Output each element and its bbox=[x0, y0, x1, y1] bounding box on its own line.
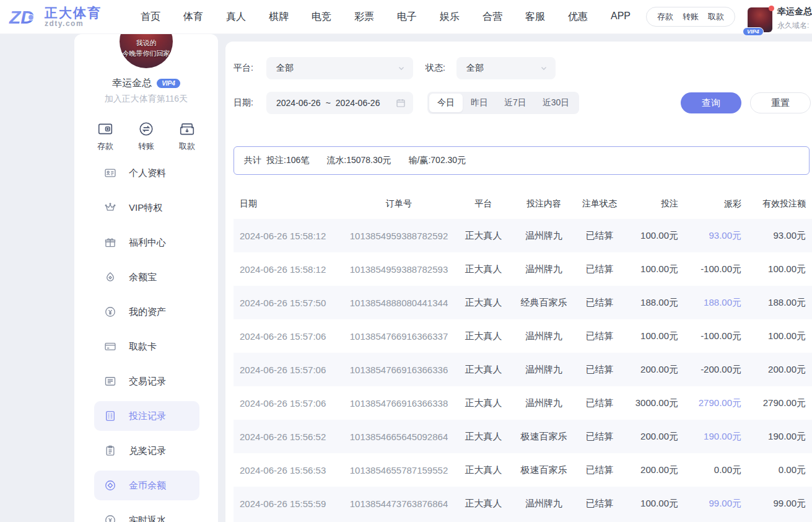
quick-range-today[interactable]: 今日 bbox=[429, 94, 463, 112]
cell-payout: 190.00元 bbox=[678, 431, 741, 443]
summary-bar: 共计 投注:106笔 流水:15078.30元 输/赢:702.30元 bbox=[234, 146, 810, 175]
sidebar-menu: 个人资料 VIP特权 福利中心 bbox=[74, 158, 218, 522]
status-select[interactable]: 全部 bbox=[456, 57, 556, 79]
sidebar-item-bet-records[interactable]: 投注记录 bbox=[94, 401, 199, 431]
sidebar-item-redeem-records[interactable]: 兑奖记录 bbox=[94, 436, 199, 466]
date-separator: ~ bbox=[326, 98, 331, 108]
sidebar-item-my-assets[interactable]: 我的资产 bbox=[94, 297, 199, 327]
cell-date: 2024-06-26 15:57:06 bbox=[234, 331, 347, 342]
column-header-status: 注单状态 bbox=[572, 198, 627, 210]
column-header-bet-content: 投注内容 bbox=[516, 198, 572, 210]
cell-payout: 188.00元 bbox=[678, 297, 741, 309]
cell-date: 2024-06-26 15:55:59 bbox=[234, 498, 347, 509]
profile-name: 幸运金总 bbox=[112, 77, 152, 90]
cell-status: 已结算 bbox=[572, 297, 627, 309]
nav-item[interactable]: 首页 bbox=[141, 11, 160, 24]
table-row[interactable]: 2024-06-26 15:56:53 1013854655787159552 … bbox=[234, 453, 812, 487]
notification-dot-icon bbox=[769, 6, 774, 11]
cell-status: 已结算 bbox=[572, 263, 627, 275]
reset-button[interactable]: 重置 bbox=[750, 92, 811, 113]
top-navigation-bar: ZD 正大体育 zdty.com 首页体育真人棋牌电竞彩票电子娱乐合营客服优惠A… bbox=[0, 0, 812, 34]
summary-win-loss: 输/赢:702.30元 bbox=[409, 155, 466, 166]
sidebar-item-personal-info[interactable]: 个人资料 bbox=[94, 158, 199, 188]
cell-order-no: 1013854888080441344 bbox=[347, 298, 451, 308]
quick-range-30days[interactable]: 近30日 bbox=[535, 94, 578, 112]
cell-order-no: 1013854665645092864 bbox=[347, 431, 451, 442]
table-header: 日期 订单号 平台 投注内容 注单状态 投注 派彩 有效投注额 bbox=[234, 189, 812, 219]
cell-platform: 正大真人 bbox=[451, 297, 516, 309]
cell-status: 已结算 bbox=[572, 431, 627, 443]
sidebar-item-transaction-records[interactable]: 交易记录 bbox=[94, 366, 199, 396]
quick-actions: 存款 转账 取款 bbox=[74, 121, 218, 152]
sidebar-item-welfare-center[interactable]: 福利中心 bbox=[94, 228, 199, 257]
withdraw-link[interactable]: 取款 bbox=[708, 11, 724, 22]
cell-status: 已结算 bbox=[572, 464, 627, 476]
deposit-action[interactable]: 存款 bbox=[90, 121, 120, 152]
wallet-actions-pill: 存款 转账 取款 bbox=[646, 7, 735, 27]
sidebar-item-vip[interactable]: VIP特权 bbox=[94, 193, 199, 223]
table-row[interactable]: 2024-06-26 15:56:52 1013854665645092864 … bbox=[234, 420, 812, 453]
column-header-bet-amount: 投注 bbox=[627, 198, 678, 210]
sidebar-item-yuebao[interactable]: 余额宝 bbox=[94, 262, 199, 292]
sidebar-item-gold-balance[interactable]: 金币余额 bbox=[94, 471, 199, 500]
cell-platform: 正大真人 bbox=[451, 464, 516, 476]
bet-records-panel: 平台: 全部 状态: 全部 日期: 2024-06-26 ~ 2024-06-2… bbox=[225, 42, 812, 522]
cell-payout: -200.00元 bbox=[678, 364, 741, 376]
chevron-down-icon bbox=[539, 64, 548, 73]
quick-range-yesterday[interactable]: 昨日 bbox=[463, 94, 496, 112]
nav-item[interactable]: 娱乐 bbox=[440, 11, 460, 24]
deposit-wallet-icon bbox=[90, 121, 120, 137]
cell-bet-amount: 200.00元 bbox=[627, 431, 678, 443]
sidebar-item-label: 取款卡 bbox=[129, 341, 157, 353]
cell-order-no: 1013854766916366336 bbox=[347, 365, 451, 375]
table-row[interactable]: 2024-06-26 15:55:59 1013854473763876864 … bbox=[234, 487, 812, 520]
table-row[interactable]: 2024-06-26 15:57:06 1013854766916366337 … bbox=[234, 319, 812, 353]
cell-valid-bet: 100.00元 bbox=[741, 263, 806, 275]
nav-item[interactable]: 合营 bbox=[482, 11, 502, 24]
table-row[interactable]: 2024-06-26 15:57:06 1013854766916366338 … bbox=[234, 386, 812, 420]
column-header-valid-bet: 有效投注额 bbox=[741, 198, 806, 210]
cell-date: 2024-06-26 15:57:50 bbox=[234, 298, 347, 308]
cell-bet-amount: 100.00元 bbox=[627, 263, 678, 275]
sidebar-item-withdraw-card[interactable]: 取款卡 bbox=[94, 332, 199, 361]
cell-bet-amount: 100.00元 bbox=[627, 498, 678, 510]
sidebar-item-label: VIP特权 bbox=[129, 202, 162, 214]
cell-bet-content: 经典百家乐 bbox=[516, 297, 572, 309]
nav-item[interactable]: 彩票 bbox=[354, 11, 374, 24]
table-row[interactable]: 2024-06-26 15:57:06 1013854766916366336 … bbox=[234, 353, 812, 386]
nav-item[interactable]: APP bbox=[611, 11, 631, 24]
platform-select-value: 全部 bbox=[276, 63, 397, 74]
sidebar-item-realtime-rebate[interactable]: 实时返水 bbox=[94, 505, 199, 522]
quick-range-7days[interactable]: 近7日 bbox=[496, 94, 535, 112]
transfer-link[interactable]: 转账 bbox=[683, 11, 699, 22]
table-row[interactable]: 2024-06-26 15:58:12 1013854959388782593 … bbox=[234, 252, 812, 286]
table-row[interactable]: 2024-06-26 15:57:50 1013854888080441344 … bbox=[234, 286, 812, 319]
date-end-value: 2024-06-26 bbox=[336, 98, 380, 108]
gift-icon bbox=[104, 236, 116, 249]
brand-logo-icon: ZD bbox=[9, 4, 41, 29]
nav-item[interactable]: 电子 bbox=[397, 11, 417, 24]
deposit-link[interactable]: 存款 bbox=[657, 11, 673, 22]
cell-valid-bet: 190.00元 bbox=[741, 431, 806, 443]
table-row[interactable]: 2024-06-26 15:58:12 1013854959388782592 … bbox=[234, 219, 812, 252]
query-button[interactable]: 查询 bbox=[681, 92, 741, 113]
date-range-input[interactable]: 2024-06-26 ~ 2024-06-26 bbox=[266, 92, 413, 114]
cell-payout: -100.00元 bbox=[678, 263, 741, 275]
nav-item[interactable]: 客服 bbox=[525, 11, 545, 24]
sidebar-item-label: 我的资产 bbox=[129, 306, 166, 318]
withdraw-action[interactable]: 取款 bbox=[172, 121, 202, 152]
platform-select[interactable]: 全部 bbox=[266, 57, 413, 79]
transfer-action[interactable]: 转账 bbox=[131, 121, 161, 152]
user-block[interactable]: VIP4 幸运金总 永久域名: bbox=[748, 1, 812, 32]
brand-logo[interactable]: ZD 正大体育 zdty.com bbox=[9, 4, 102, 29]
cell-order-no: 1013854473763876864 bbox=[347, 498, 451, 509]
nav-item[interactable]: 棋牌 bbox=[269, 11, 289, 24]
cell-bet-amount: 188.00元 bbox=[627, 297, 678, 309]
nav-item[interactable]: 电竞 bbox=[312, 11, 331, 24]
nav-item[interactable]: 优惠 bbox=[568, 11, 588, 24]
cell-order-no: 1013854655787159552 bbox=[347, 465, 451, 476]
cell-bet-content: 温州牌九 bbox=[516, 498, 572, 510]
nav-item[interactable]: 体育 bbox=[183, 11, 203, 24]
sidebar-item-label: 金币余额 bbox=[129, 480, 166, 492]
nav-item[interactable]: 真人 bbox=[226, 11, 246, 24]
